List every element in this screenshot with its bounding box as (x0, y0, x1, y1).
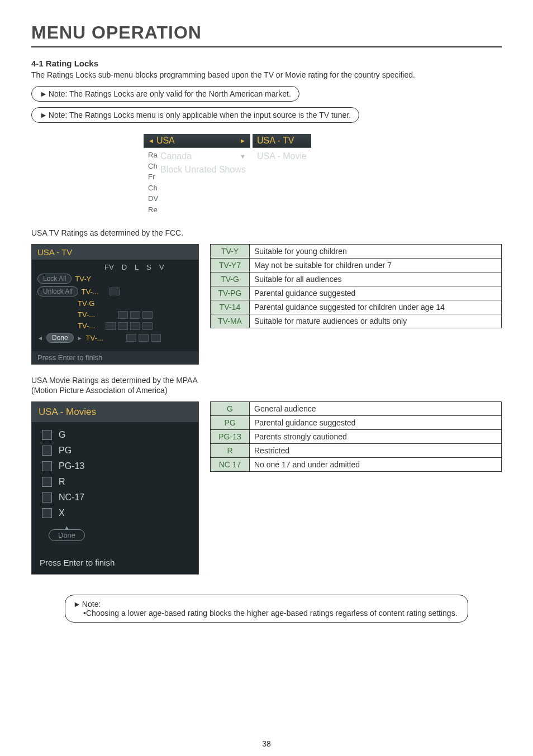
table-row: TV-YSuitable for young children (211, 245, 502, 259)
col-label: L (135, 263, 139, 271)
rating-checkbox[interactable] (106, 322, 116, 330)
usa-movies-panel: USA - Movies G PG PG-13 R NC-17 X ▲ Done… (31, 401, 199, 575)
rating-row[interactable]: TV-... (37, 322, 193, 330)
rating-desc: Parental guidance suggested for children… (250, 300, 502, 314)
rating-desc: Suitable for young children (250, 245, 502, 259)
table-row: TV-GSuitable for all audiences (211, 272, 502, 286)
rating-desc: Parental guidance suggested (250, 286, 502, 300)
rating-checkbox[interactable] (118, 322, 128, 330)
play-icon: ► (40, 89, 47, 98)
rating-checkbox[interactable] (142, 311, 153, 319)
page-title: MENU OPERATION (31, 22, 502, 43)
lock-all-button[interactable]: Lock All (37, 274, 72, 284)
table-row: GGeneral audience (211, 402, 502, 416)
rating-checkbox[interactable] (110, 288, 120, 295)
country-left-panel: ◄ USA ► Ra Ch Fr Ch DV Re Canada ▼ Block… (144, 134, 250, 215)
movie-rating-label: PG-13 (59, 461, 84, 471)
rating-label: TV-Y (75, 275, 99, 283)
country-left-header-text: USA (156, 136, 175, 146)
chevron-left-icon: ◄ (148, 137, 154, 144)
usa-tv-caption: USA TV Ratings as determined by the FCC. (31, 228, 502, 237)
movie-rating-row[interactable]: R (42, 477, 188, 487)
movie-rating-row[interactable]: PG-13 (42, 461, 188, 471)
rating-checkbox[interactable] (42, 446, 52, 456)
col-label: V (159, 263, 164, 271)
obscured-text: Fr (148, 171, 160, 183)
usa-tv-panel: USA - TV FV D L S V Lock All TV-Y Unlock… (31, 244, 199, 365)
rating-desc: Parental guidance suggested (250, 416, 502, 430)
rating-row[interactable]: Unlock All TV-... (37, 286, 193, 296)
unlock-all-button[interactable]: Unlock All (37, 286, 78, 296)
table-row: PG-13Parents strongly cautioned (211, 430, 502, 444)
country-submenu-panel: ◄ USA ► Ra Ch Fr Ch DV Re Canada ▼ Block… (144, 134, 389, 215)
rating-checkbox[interactable] (151, 334, 161, 342)
movie-rating-row[interactable]: G (42, 430, 188, 440)
chevron-down-icon: ▼ (240, 152, 246, 161)
bottom-note-box: ►Note: •Choosing a lower age-based ratin… (65, 595, 468, 623)
rating-label: TV-... (78, 310, 102, 319)
rating-label: TV-G (78, 299, 102, 308)
obscured-text: Ra (148, 150, 160, 161)
rating-checkbox[interactable] (118, 311, 128, 319)
rating-checkbox[interactable] (42, 508, 52, 518)
movie-rating-row[interactable]: PG (42, 446, 188, 456)
col-label: D (122, 263, 127, 271)
movie-rating-label: X (59, 508, 65, 518)
rating-checkbox[interactable] (42, 477, 52, 487)
table-row: PGParental guidance suggested (211, 416, 502, 430)
movie-rating-row[interactable]: X (42, 508, 188, 518)
rating-checkbox[interactable] (130, 322, 140, 330)
movie-rating-row[interactable]: NC-17 (42, 492, 188, 503)
rating-checkbox[interactable] (139, 334, 149, 342)
note-bullet: •Choosing a lower age-based rating block… (73, 609, 460, 618)
rating-checkbox[interactable] (42, 461, 52, 471)
rating-checkbox[interactable] (126, 334, 136, 342)
obscured-text: Ch (148, 183, 160, 194)
country-left-body: Ra Ch Fr Ch DV Re Canada ▼ Block Unrated… (144, 148, 250, 178)
title-rule (31, 46, 502, 47)
note-label: Note: (82, 600, 101, 609)
rating-row[interactable]: TV-G (37, 299, 193, 308)
menu-item-usa-movie[interactable]: USA - Movie (257, 150, 307, 163)
rating-label: TV-... (78, 322, 102, 330)
rating-code: TV-PG (211, 286, 250, 300)
rating-checkbox[interactable] (142, 322, 153, 330)
movie-rating-label: R (59, 477, 65, 487)
done-button[interactable]: Done (46, 333, 74, 343)
menu-item-block-unrated[interactable]: Block Unrated Shows (160, 163, 246, 176)
note-pill-2: ►Note: The Ratings Locks menu is only ap… (31, 107, 359, 123)
rating-row[interactable]: ◄ Done ► TV-... (37, 333, 193, 343)
rating-desc: May not be suitable for children under 7 (250, 259, 502, 272)
rating-row[interactable]: TV-... (37, 310, 193, 319)
rating-checkbox[interactable] (42, 492, 52, 503)
table-row: TV-PGParental guidance suggested (211, 286, 502, 300)
country-left-header[interactable]: ◄ USA ► (144, 134, 250, 148)
panel-footer-hint: Press Enter to finish (32, 553, 198, 574)
menu-item-canada[interactable]: Canada ▼ (160, 150, 246, 163)
rating-code: TV-14 (211, 300, 250, 314)
rating-desc: Suitable for all audiences (250, 272, 502, 286)
col-label: FV (104, 263, 114, 271)
obscured-text: Ch (148, 161, 160, 172)
section-intro: The Ratings Locks sub-menu blocks progra… (31, 70, 502, 79)
table-row: NC 17No one 17 and under admitted (211, 458, 502, 472)
rating-code: R (211, 444, 250, 458)
rating-row[interactable]: Lock All TV-Y (37, 274, 193, 284)
rating-desc: Suitable for mature audiences or adults … (250, 314, 502, 328)
table-row: RRestricted (211, 444, 502, 458)
rating-label: TV-... (86, 334, 111, 342)
usa-tv-panel-title: USA - TV (32, 245, 198, 260)
rating-checkbox[interactable] (130, 311, 140, 319)
usa-movies-panel-title: USA - Movies (32, 402, 198, 422)
panel-footer-hint: Press Enter to finish (32, 351, 198, 364)
country-right-body: USA - Movie (253, 148, 311, 165)
rating-code: G (211, 402, 250, 416)
usa-tv-ratings-table: TV-YSuitable for young children TV-Y7May… (210, 244, 502, 328)
usa-movie-caption-line2: (Motion Picture Association of America) (31, 386, 502, 395)
done-button[interactable]: ▲ Done (49, 529, 85, 541)
country-right-header: USA - TV (253, 134, 311, 148)
table-row: TV-Y7May not be suitable for children un… (211, 259, 502, 272)
play-icon: ► (40, 111, 47, 119)
rating-checkbox[interactable] (42, 430, 52, 440)
play-icon: ► (73, 600, 81, 609)
